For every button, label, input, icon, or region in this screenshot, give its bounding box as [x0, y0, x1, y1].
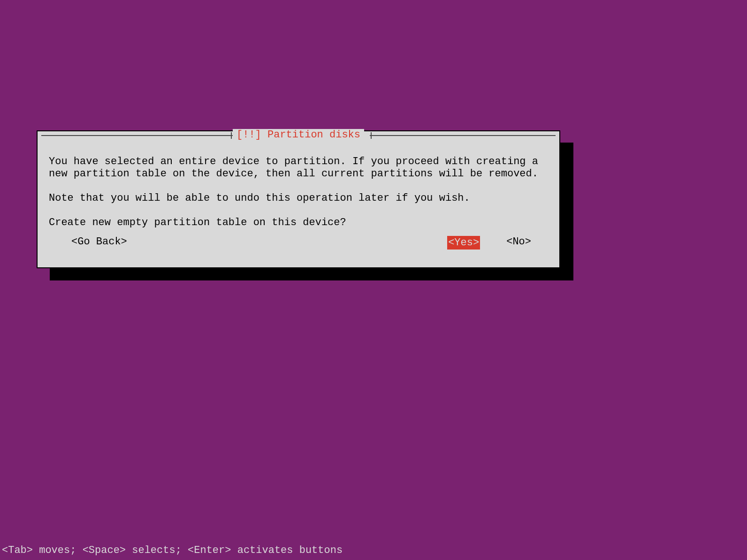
dialog-inner: [!!] Partition disks You have selected a… [41, 135, 556, 264]
dialog-border-decoration [41, 135, 233, 136]
partition-dialog: [!!] Partition disks You have selected a… [37, 130, 560, 268]
dialog-border-decoration [231, 132, 232, 139]
dialog-paragraph: Create new empty partition table on this… [49, 217, 548, 229]
dialog-paragraph: Note that you will be able to undo this … [49, 192, 548, 204]
dialog-paragraph: You have selected an entire device to pa… [49, 156, 548, 180]
dialog-title: [!!] Partition disks [233, 129, 364, 141]
spacer [127, 236, 447, 250]
dialog-border-decoration [370, 135, 556, 136]
dialog-body: You have selected an entire device to pa… [41, 135, 556, 229]
button-row: <Go Back> <Yes> <No> [41, 236, 556, 250]
no-button[interactable]: <No> [506, 236, 531, 250]
yes-button[interactable]: <Yes> [447, 236, 480, 250]
footer-hint: <Tab> moves; <Space> selects; <Enter> ac… [2, 545, 343, 556]
dialog-border-decoration [371, 132, 372, 139]
go-back-button[interactable]: <Go Back> [71, 236, 127, 250]
